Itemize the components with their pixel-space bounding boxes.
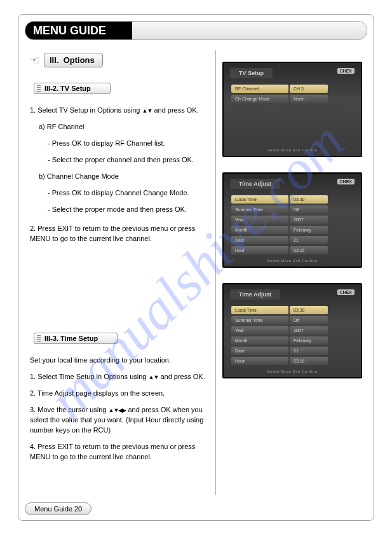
osd-hint: Select Move Exit Confirm: [224, 259, 361, 263]
osd-row-label: Year: [231, 326, 288, 335]
subsection-time-setup: III-3. Time Setup: [34, 333, 118, 344]
osd-row: Date21: [231, 347, 353, 355]
section-heading: ☞ III. Options: [30, 53, 209, 67]
text: 1. Select Time Setup in Options using: [30, 373, 149, 380]
osd-row-label: Hour: [231, 357, 288, 365]
osd-badge: CHEX: [337, 289, 355, 295]
section-roman: III.: [50, 55, 58, 65]
osd-row: Hour03:16: [231, 246, 353, 254]
osd-row-label: Local Time: [231, 195, 288, 204]
page-title: MENU GUIDE: [25, 21, 132, 40]
osd-rows: Local Time03:30Summer TimeOffYear2007Mon…: [230, 306, 355, 365]
text: and press OK.: [160, 373, 205, 380]
osd-row-label: Summer Time: [231, 205, 288, 214]
osd-row-value: February: [290, 336, 328, 345]
osd-row-label: Date: [231, 347, 288, 355]
tv-setup-exit: 2. Press EXIT to return to the previous …: [30, 224, 209, 244]
header-bar: MENU GUIDE: [25, 21, 367, 40]
osd-title: TV Setup: [230, 68, 273, 78]
osd-row-value: 03:30: [290, 195, 328, 204]
osd-row: Local Time03:30: [231, 306, 353, 314]
osd-row: MonthFebruary: [231, 226, 353, 234]
page-footer: Menu Guide 20: [25, 502, 91, 515]
updown-arrows-icon: ▲▼: [149, 374, 159, 380]
item-b-head: b) Channel Change Mode: [30, 172, 209, 182]
osd-row-value: 03:30: [290, 306, 328, 314]
osd-row-value: 21: [290, 347, 328, 355]
osd-row: RF ChannelCH 3: [231, 85, 353, 93]
osd-row: MonthFebruary: [231, 336, 353, 345]
section-chip: III. Options: [44, 53, 103, 67]
osd-badge: CHEX: [337, 68, 355, 74]
osd-row: Year2007: [231, 216, 353, 224]
item-b-bullet: - Press OK to display Channel Change Mod…: [30, 188, 209, 198]
screenshot-time-adjust-1: Time Adjust CHEX Local Time03:30Summer T…: [222, 172, 362, 268]
right-column: TV Setup CHEX RF ChannelCH 3Ch Change Mo…: [215, 50, 367, 495]
osd-row-value: CH 3: [290, 85, 328, 93]
osd-row: Local Time03:30: [231, 195, 353, 204]
osd-row: Date21: [231, 236, 353, 244]
osd-row-value: Off: [290, 316, 328, 324]
osd-hint: Select Move Exit Confirm: [224, 148, 361, 152]
page-frame: MENU GUIDE ☞ III. Options III-2. TV Setu…: [18, 14, 374, 521]
osd-row-value: February: [290, 226, 328, 234]
osd-title: Time Adjust: [230, 179, 280, 189]
osd-row-label: Local Time: [231, 306, 288, 314]
screenshot-time-adjust-2: Time Adjust CHEX Local Time03:30Summer T…: [222, 283, 362, 378]
osd-row-label: Month: [231, 226, 288, 234]
text: 1. Select TV Setup in Options using: [30, 106, 142, 114]
osd-row-value: 03:16: [290, 246, 328, 254]
all-arrows-icon: ▲▼◀▶: [109, 407, 126, 413]
osd-hint: Select Move Exit Confirm: [224, 370, 361, 373]
osd-row-label: RF Channel: [231, 85, 288, 93]
time-step4: 4. Press EXIT to return to the previous …: [30, 442, 209, 462]
item-a-bullet: - Press OK to display RF Channel list.: [30, 139, 209, 149]
osd-row-label: Month: [231, 336, 288, 345]
osd-row-value: 2007: [290, 326, 328, 335]
osd-row-label: Ch Change Mode: [231, 95, 288, 103]
left-column: ☞ III. Options III-2. TV Setup 1. Select…: [25, 50, 215, 495]
item-b-bullet: - Select the proper mode and then press …: [30, 205, 209, 215]
section-name: Options: [64, 55, 95, 65]
time-step2: 2. Time Adjust page displays on the scre…: [30, 389, 209, 399]
time-setup-body: Set your local time according to your lo…: [30, 356, 209, 462]
time-intro: Set your local time according to your lo…: [30, 356, 209, 366]
osd-rows: Local Time03:30Summer TimeOffYear2007Mon…: [230, 195, 355, 254]
tv-setup-body: 1. Select TV Setup in Options using ▲▼ a…: [30, 106, 209, 244]
item-a-bullet: - Select the proper channel and then pre…: [30, 155, 209, 165]
screenshot-tv-setup: TV Setup CHEX RF ChannelCH 3Ch Change Mo…: [222, 62, 362, 157]
osd-row-value: Off: [290, 205, 328, 214]
osd-row: Hour03:16: [231, 357, 353, 365]
osd-row-label: Date: [231, 236, 288, 244]
osd-row: Year2007: [231, 326, 353, 335]
item-a-head: a) RF Channel: [30, 122, 209, 132]
osd-row-value: 03:16: [290, 357, 328, 365]
osd-badge: CHEX: [337, 179, 355, 184]
osd-row: Summer TimeOff: [231, 316, 353, 324]
osd-row-value: 2007: [290, 216, 328, 224]
osd-row-value: 21: [290, 236, 328, 244]
osd-rows: RF ChannelCH 3Ch Change ModeNorm: [230, 85, 355, 103]
osd-title: Time Adjust: [230, 289, 280, 300]
pointing-hand-icon: ☞: [30, 55, 40, 66]
text: and press OK.: [154, 106, 198, 114]
updown-arrows-icon: ▲▼: [142, 107, 152, 114]
osd-row: Ch Change ModeNorm: [231, 95, 353, 103]
osd-row-label: Hour: [231, 246, 288, 254]
osd-row: Summer TimeOff: [231, 205, 353, 214]
osd-row-label: Year: [231, 216, 288, 224]
content-area: ☞ III. Options III-2. TV Setup 1. Select…: [25, 50, 367, 495]
osd-row-label: Summer Time: [231, 316, 288, 324]
subsection-tv-setup: III-2. TV Setup: [34, 83, 111, 94]
osd-row-value: Norm: [290, 95, 328, 103]
text: 3. Move the cursor using: [30, 406, 109, 413]
